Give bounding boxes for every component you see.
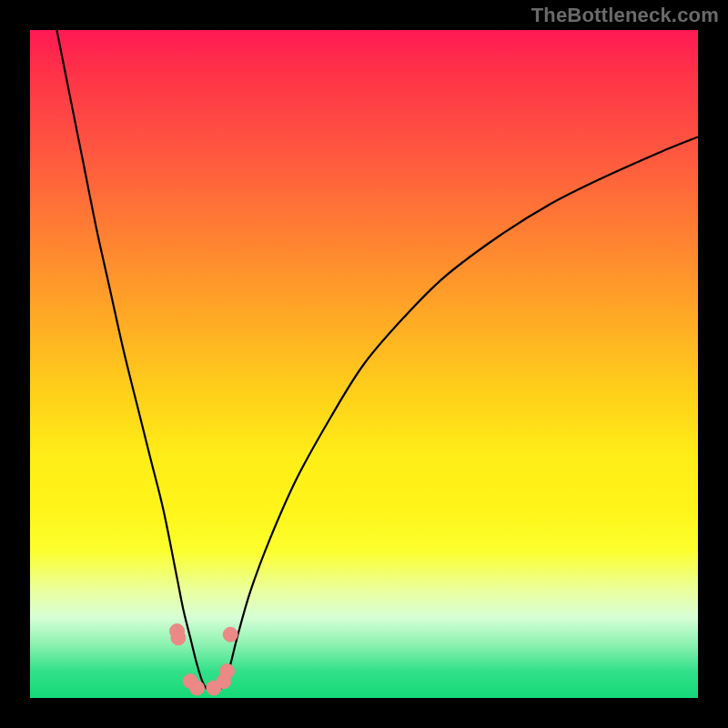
curve-marker (220, 664, 235, 679)
bottleneck-curve (56, 30, 698, 693)
watermark-text: TheBottleneck.com (531, 4, 719, 27)
curve-marker (223, 627, 238, 642)
plot-area (30, 30, 698, 698)
chart-frame: TheBottleneck.com (0, 0, 728, 728)
curve-markers (170, 624, 238, 695)
curve-svg (30, 30, 698, 698)
curve-marker (171, 631, 186, 645)
curve-marker (190, 681, 205, 695)
